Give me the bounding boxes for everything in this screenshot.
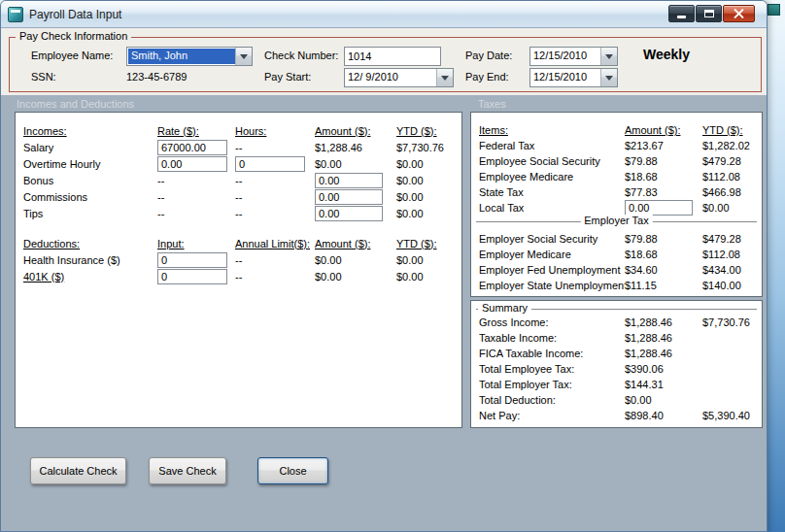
federal-tax-label: Federal Tax — [479, 140, 625, 151]
tips-hours-value: -- — [235, 208, 315, 219]
tips-amount-input[interactable] — [315, 206, 383, 221]
commissions-amount-input[interactable] — [315, 189, 383, 205]
gross-income-amount: $1,288.46 — [625, 316, 702, 328]
pay-date-picker[interactable]: 12/15/2010 — [529, 47, 618, 66]
bonus-hours-value: -- — [235, 175, 315, 186]
tips-row-label: Tips — [23, 208, 157, 219]
incomes-header-ytd: YTD ($): — [396, 125, 459, 137]
employee-medicare-label: Employee Medicare — [479, 171, 625, 183]
pay-date-value: 12/15/2010 — [530, 48, 600, 65]
taxes-panel: Items: Amount ($): YTD ($): Federal Tax … — [470, 112, 763, 297]
incomes-table: Incomes: Rate ($): Hours: Amount ($): YT… — [23, 122, 459, 221]
total-employee-tax-label: Total Employee Tax: — [479, 363, 625, 375]
pay-date-dropdown-button[interactable] — [600, 48, 617, 65]
save-check-button[interactable]: Save Check — [149, 457, 226, 484]
pay-end-label: Pay End: — [465, 71, 509, 83]
chevron-down-icon — [240, 54, 248, 59]
local-tax-input[interactable] — [625, 200, 693, 216]
summary-group-title: Summary — [478, 302, 531, 314]
tips-ytd-value: $0.00 — [396, 208, 459, 219]
pay-start-picker[interactable]: 12/ 9/2010 — [344, 68, 454, 87]
fica-taxable-income-amount: $1,288.46 — [625, 348, 702, 359]
pay-end-dropdown-button[interactable] — [600, 69, 617, 86]
gross-income-ytd: $7,730.76 — [702, 316, 750, 328]
employer-medicare-ytd: $112.08 — [702, 249, 741, 260]
commissions-row-label: Commissions — [23, 191, 157, 203]
ssn-label: SSN: — [31, 71, 56, 83]
employee-medicare-ytd: $112.08 — [702, 171, 750, 183]
taxable-income-amount: $1,288.46 — [625, 332, 702, 344]
pay-start-label: Pay Start: — [264, 71, 311, 83]
deductions-header-limit: Annual Limit($): — [235, 238, 315, 249]
close-window-button[interactable] — [723, 5, 755, 22]
background-window-fragment — [768, 4, 780, 16]
close-button[interactable]: Close — [257, 457, 328, 484]
total-deduction-amount: $0.00 — [625, 394, 702, 406]
employee-name-combobox[interactable]: Smith, John — [126, 47, 253, 66]
pay-date-label: Pay Date: — [465, 50, 512, 61]
401k-limit-value: -- — [235, 271, 315, 283]
employee-social-security-amount: $79.88 — [625, 155, 702, 167]
commissions-rate-value: -- — [157, 191, 235, 203]
maximize-button[interactable] — [696, 5, 722, 22]
tips-rate-value: -- — [157, 208, 235, 219]
ssn-value: 123-45-6789 — [126, 71, 187, 83]
401k-input[interactable] — [157, 269, 227, 284]
overtime-row-label: Overtime Hourly — [23, 158, 157, 170]
overtime-rate-input[interactable] — [157, 156, 227, 172]
net-pay-ytd: $5,390.40 — [702, 410, 750, 421]
incomes-deductions-section-label: Incomes and Deductions — [17, 98, 134, 110]
app-icon — [8, 7, 23, 22]
window-controls — [667, 5, 755, 22]
employer-social-security-amount: $79.88 — [625, 233, 702, 245]
employee-taxes-table: Items: Amount ($): YTD ($): Federal Tax … — [479, 122, 750, 216]
taxes-header-ytd: YTD ($): — [702, 124, 750, 136]
401k-ytd-value: $0.00 — [396, 271, 459, 283]
commissions-ytd-value: $0.00 — [396, 191, 459, 203]
maximize-icon — [704, 10, 714, 17]
net-pay-amount: $898.40 — [625, 410, 702, 421]
deductions-header-amount: Amount ($): — [315, 238, 396, 249]
employer-medicare-amount: $18.68 — [625, 249, 702, 260]
state-tax-label: State Tax — [479, 186, 625, 198]
window-title: Payroll Data Input — [29, 8, 121, 21]
pay-frequency-label: Weekly — [643, 47, 690, 62]
pay-start-value: 12/ 9/2010 — [345, 69, 436, 86]
pay-end-picker[interactable]: 12/15/2010 — [529, 68, 618, 87]
employee-name-dropdown-button[interactable] — [235, 48, 252, 65]
calculate-check-button[interactable]: Calculate Check — [30, 457, 126, 484]
summary-table: Gross Income: $1,288.46 $7,730.76 Taxabl… — [479, 315, 750, 423]
taxes-header-items: Items: — [479, 124, 625, 136]
employer-tax-group-title: Employer Tax — [580, 215, 652, 226]
employer-fed-unemployment-label: Employer Fed Unemployment — [479, 264, 625, 276]
401k-row-link[interactable]: 401K ($) — [23, 271, 157, 283]
employer-state-unemployment-label: Employer State Unemployment — [479, 280, 625, 291]
bonus-ytd-value: $0.00 — [396, 175, 459, 186]
salary-row-label: Salary — [23, 142, 157, 153]
local-tax-label: Local Tax — [479, 202, 625, 214]
federal-tax-ytd: $1,282.02 — [702, 140, 750, 151]
salary-rate-input[interactable] — [157, 140, 227, 155]
health-insurance-limit-value: -- — [235, 254, 315, 266]
employee-social-security-ytd: $479.28 — [702, 155, 750, 167]
payroll-data-input-window: Payroll Data Input Pay Check Information… — [0, 0, 768, 532]
incomes-header-hours: Hours: — [235, 125, 315, 137]
bonus-row-label: Bonus — [23, 175, 157, 186]
health-insurance-amount-value: $0.00 — [315, 254, 396, 266]
minimize-button[interactable] — [668, 5, 695, 22]
check-number-input[interactable] — [344, 47, 441, 66]
titlebar[interactable]: Payroll Data Input — [1, 1, 767, 28]
overtime-amount-value: $0.00 — [315, 158, 396, 170]
health-insurance-input[interactable] — [157, 252, 227, 268]
taxable-income-label: Taxable Income: — [479, 332, 625, 344]
pay-start-dropdown-button[interactable] — [436, 69, 453, 86]
employer-taxes-table: Employer Social Security $79.88 $479.28 … — [479, 231, 741, 293]
fica-taxable-income-label: FICA Taxable Income: — [479, 348, 625, 359]
chevron-down-icon — [441, 76, 449, 81]
401k-amount-value: $0.00 — [315, 271, 396, 283]
chevron-down-icon — [605, 54, 613, 59]
deductions-header-input: Input: — [157, 238, 235, 249]
bonus-amount-input[interactable] — [315, 173, 383, 188]
total-employer-tax-label: Total Employer Tax: — [479, 379, 625, 390]
overtime-hours-input[interactable] — [235, 156, 305, 172]
